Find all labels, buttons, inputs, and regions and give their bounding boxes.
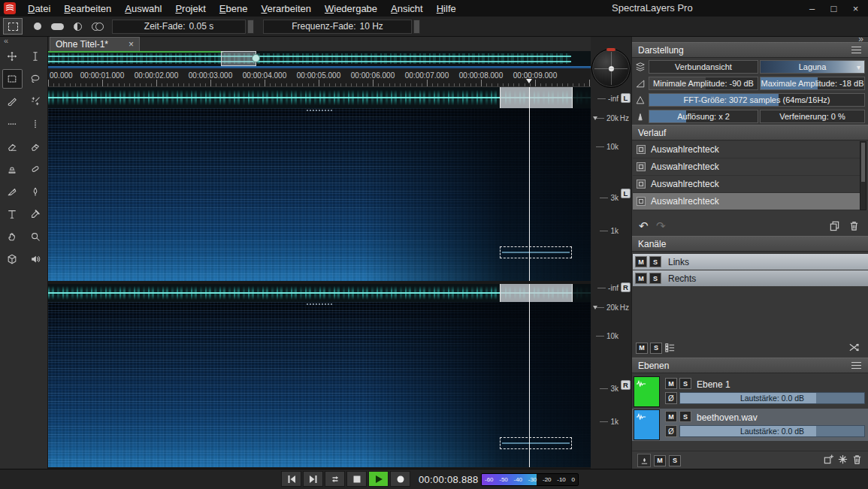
frequency-fade-field[interactable]: Frequenz-Fade: 10 Hz: [263, 20, 412, 34]
list-view-icon[interactable]: [664, 342, 676, 354]
document-tab[interactable]: Ohne Titel-1* ×: [50, 37, 140, 51]
history-scrollbar[interactable]: [860, 141, 866, 210]
menu-ansicht[interactable]: Ansicht: [384, 1, 430, 17]
selection-mode-add-icon[interactable]: [51, 23, 64, 30]
hand-tool[interactable]: [2, 227, 23, 246]
min-amplitude-slider[interactable]: Minimale Amplitude: -90 dB: [649, 77, 758, 90]
phase-invert-button[interactable]: Ø: [665, 392, 677, 404]
current-tool-button[interactable]: [3, 18, 23, 35]
channel-row-links[interactable]: M S Links: [633, 254, 868, 270]
selection-rect-left[interactable]: [500, 246, 572, 258]
rect-select-tool[interactable]: [2, 69, 23, 89]
panel-menu-icon[interactable]: [851, 362, 861, 369]
jog-wheel[interactable]: [591, 49, 631, 88]
selection-mode-new-icon[interactable]: [34, 23, 41, 30]
spectrogram-left[interactable]: [48, 108, 591, 281]
redo-icon[interactable]: ↷: [656, 219, 666, 234]
blend-icon[interactable]: [637, 454, 651, 467]
lasso-tool[interactable]: [26, 69, 46, 89]
history-item-selected[interactable]: Auswahlrechteck: [633, 193, 860, 210]
maximize-button[interactable]: □: [823, 0, 845, 17]
solo-all-button[interactable]: S: [669, 455, 681, 466]
audition-tool[interactable]: [26, 249, 46, 269]
freq-unit-label[interactable]: Hz: [620, 303, 629, 312]
selection-mode-intersect-icon[interactable]: [92, 23, 100, 31]
view-3d-tool[interactable]: [2, 249, 23, 269]
heal-tool[interactable]: [26, 159, 46, 179]
mute-all-button[interactable]: M: [636, 343, 648, 354]
eraser-area-tool[interactable]: [26, 137, 46, 156]
menu-ebene[interactable]: Ebene: [213, 1, 255, 17]
menu-projekt[interactable]: Projekt: [168, 1, 212, 17]
channel-row-rechts[interactable]: M S Rechts: [633, 270, 868, 286]
channel-badge-right[interactable]: R: [621, 282, 631, 292]
mute-all-button[interactable]: M: [654, 455, 666, 466]
freq-unit-label[interactable]: Hz: [620, 114, 629, 122]
clone-stamp-tool[interactable]: [2, 159, 23, 179]
menu-verarbeiten[interactable]: Verarbeiten: [254, 1, 318, 17]
overview-navigator[interactable]: [48, 51, 591, 66]
history-item[interactable]: Auswahlrechteck: [633, 158, 860, 176]
stop-button[interactable]: [346, 471, 367, 487]
tab-close-icon[interactable]: ×: [129, 39, 134, 50]
spectrogram-right[interactable]: [48, 302, 591, 467]
channel-badge-left[interactable]: L: [621, 189, 631, 198]
time-ruler[interactable]: 00.000 00:00:01.000 00:00:02.000 00:00:0…: [48, 68, 591, 87]
scrollbar-thumb[interactable]: [861, 143, 865, 182]
zoom-tool[interactable]: [26, 227, 46, 246]
overview-handle[interactable]: [252, 54, 260, 62]
undo-icon[interactable]: ↶: [639, 219, 649, 234]
layer-thumbnail[interactable]: [634, 409, 660, 440]
move-tool[interactable]: [2, 47, 23, 66]
channel-badge-left[interactable]: L: [621, 93, 631, 103]
mute-button[interactable]: M: [635, 273, 647, 284]
max-amplitude-slider[interactable]: Maximale Amplitude: -18 dB: [760, 77, 865, 90]
splitter-handle-icon[interactable]: [307, 110, 332, 111]
history-item[interactable]: Auswahlrechteck: [633, 176, 860, 193]
resolution-slider[interactable]: Auflösung: x 2: [649, 110, 758, 123]
waveform-left[interactable]: [48, 87, 591, 108]
solo-button[interactable]: S: [649, 256, 661, 267]
play-button[interactable]: [368, 471, 389, 487]
selection-rect-right[interactable]: [500, 437, 572, 449]
composite-view-button[interactable]: Verbundansicht: [649, 60, 758, 74]
freq-unit-dropdown-icon[interactable]: [593, 116, 597, 122]
layer-row-selected[interactable]: M S beethoven.wav Ø Lautstärke: 0.0 dB: [632, 409, 868, 441]
menu-auswahl[interactable]: Auswahl: [118, 1, 168, 17]
waveform-right-selection[interactable]: [500, 284, 573, 302]
duplicate-icon[interactable]: [829, 220, 841, 232]
menu-bearbeiten[interactable]: Bearbeiten: [57, 1, 118, 17]
history-item[interactable]: Auswahlrechteck: [633, 141, 860, 158]
layer-volume-slider[interactable]: Lautstärke: 0.0 dB: [679, 425, 865, 437]
menu-datei[interactable]: Datei: [21, 1, 57, 17]
dotted-h-select-tool[interactable]: [2, 114, 23, 134]
mute-button[interactable]: M: [635, 256, 647, 267]
phase-invert-button[interactable]: Ø: [665, 425, 677, 437]
delete-layer-icon[interactable]: [851, 454, 863, 468]
mute-button[interactable]: M: [665, 411, 677, 422]
collapse-left-icon[interactable]: «: [4, 36, 8, 45]
loop-button[interactable]: [325, 471, 345, 487]
freq-unit-dropdown-icon[interactable]: [593, 306, 597, 312]
splitter-handle-icon[interactable]: [307, 303, 332, 305]
frequency-fade-slider-handle[interactable]: [413, 20, 420, 34]
display-panel-header[interactable]: Darstellung: [632, 42, 868, 58]
merge-layers-icon[interactable]: [837, 454, 848, 468]
waveform-left-selection[interactable]: [500, 87, 573, 108]
solo-button[interactable]: S: [649, 273, 661, 284]
solo-button[interactable]: S: [679, 378, 691, 389]
time-fade-slider-handle[interactable]: [247, 20, 254, 34]
new-layer-icon[interactable]: [823, 454, 834, 468]
smudge-tool[interactable]: [26, 182, 46, 201]
layer-thumbnail[interactable]: [634, 376, 660, 407]
knife-tool[interactable]: [2, 182, 23, 201]
waveform-right[interactable]: [48, 284, 591, 302]
skip-end-button[interactable]: [303, 471, 323, 487]
skip-start-button[interactable]: [281, 471, 301, 487]
menu-hilfe[interactable]: Hilfe: [430, 1, 463, 17]
refinement-slider[interactable]: Verfeinerung: 0 %: [760, 110, 865, 123]
panel-menu-icon[interactable]: [851, 47, 861, 53]
menu-wiedergabe[interactable]: Wiedergabe: [318, 1, 384, 17]
channels-panel-header[interactable]: Kanäle: [632, 236, 868, 252]
mute-button[interactable]: M: [665, 378, 677, 389]
